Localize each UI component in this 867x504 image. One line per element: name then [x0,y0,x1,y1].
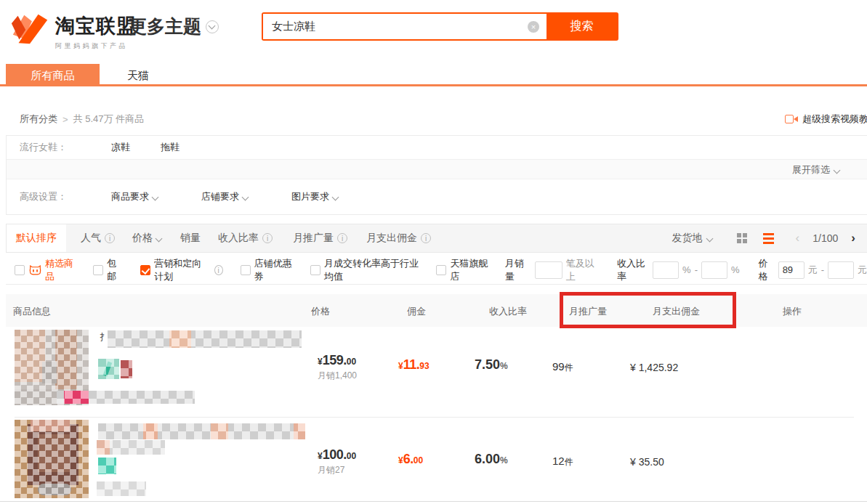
header-monthly-payout: 月支出佣金 [653,305,700,318]
sort-bar: 默认排序 人气 i 价格 销量 收入比率 i 月推广量 i 月支出佣金 i 发货… [6,224,867,253]
featured-label[interactable]: 精选商品 [45,257,77,283]
taobao-union-search-page: 淘宝联盟 阿里妈妈旗下产品 更多主题 × 搜索 所有商品 天猫 所有分类 > 共… [0,0,867,504]
range-dash: - [821,264,824,275]
next-page-button[interactable]: › [851,231,855,245]
sort-monthly-promo-label: 月推广量 [293,232,334,245]
price-dec: 00 [347,451,356,461]
header: 淘宝联盟 阿里妈妈旗下产品 更多主题 × 搜索 [0,0,867,64]
censored-title-bar [98,423,305,439]
brand-text: 淘宝联盟 阿里妈妈旗下产品 [55,10,137,51]
brand-logo[interactable]: 淘宝联盟 阿里妈妈旗下产品 [9,10,137,51]
rate-value: 7.50 [475,357,500,372]
censored-badge-teal [98,359,119,379]
monthly-payout-cell: ¥ 1,425.92 [630,362,678,373]
info-icon[interactable]: i [337,233,347,243]
video-camera-icon [785,115,798,124]
tab-all-products[interactable]: 所有商品 [6,64,100,86]
tab-tmall[interactable]: 天猫 [122,64,154,86]
conversion-checkbox[interactable] [310,265,320,275]
percent-sign: % [682,264,691,275]
header-product-info: 商品信息 [13,305,51,318]
commission-main: 11. [403,357,420,372]
percent-sign: % [731,264,740,275]
commission-main: 6. [403,452,414,466]
sort-price-label: 价格 [132,232,153,245]
monthly-payout-cell: ¥ 35.50 [630,456,664,468]
featured-checkbox[interactable] [15,265,25,275]
tmall-flagship-checkbox[interactable] [436,265,446,275]
price-max-input[interactable] [828,261,854,279]
free-shipping-checkbox[interactable] [93,265,103,275]
sort-monthly-payout[interactable]: 月支出佣金 i [366,232,431,245]
info-icon[interactable]: i [214,265,223,275]
promo-qty: 12 [552,455,565,467]
shop-coupon-checkbox[interactable] [241,265,251,275]
video-tutorial-link[interactable]: 超级搜索视频教程 [785,113,867,126]
breadcrumb-category[interactable]: 所有分类 [20,113,57,126]
sort-price[interactable]: 价格 [132,232,161,245]
header-income-ratio: 收入比率 [489,305,527,318]
free-shipping-label[interactable]: 包邮 [107,257,123,283]
prev-page-button[interactable]: ‹ [796,231,800,245]
currency-symbol: ¥ [398,455,403,466]
shop-requirements-dropdown[interactable]: 店铺要求 [201,190,248,203]
grid-view-icon[interactable] [737,233,747,243]
income-ratio-max-input[interactable] [701,261,727,279]
monthly-sales-input[interactable] [535,261,562,279]
sort-income-ratio[interactable]: 收入比率 i [218,232,273,245]
sort-popularity[interactable]: 人气 i [81,232,115,245]
shop-coupon-label[interactable]: 店铺优惠券 [254,257,294,283]
sort-monthly-promo[interactable]: 月推广量 i [293,232,347,245]
tmall-flagship-label[interactable]: 天猫旗舰店 [450,257,490,283]
marketing-plan-label[interactable]: 营销和定向计划 [154,257,210,283]
checkbox-filter-row: 精选商品 包邮 营销和定向计划 i 店铺优惠券 月成交转化率高于行业均值 天猫旗… [6,256,867,285]
censored-subtitle-bar [57,391,195,404]
info-icon[interactable]: i [105,233,115,243]
income-ratio-cell: 6.00% [475,452,508,467]
commission-dec: 93 [419,361,429,371]
rate-unit: % [500,361,508,371]
currency-symbol: ¥ [318,451,323,461]
rate-value: 6.00 [475,452,500,466]
filter-option-sandals[interactable]: 凉鞋 [111,141,130,154]
breadcrumb-separator: > [62,114,68,125]
info-icon[interactable]: i [262,233,273,243]
sort-sales[interactable]: 销量 [180,232,201,245]
table-row[interactable]: ¥100.00 月销27 ¥6.00 6.00% 12件 ¥ 35.50 [0,418,867,504]
filter-option-slippers[interactable]: 拖鞋 [161,141,180,154]
chevron-down-icon [834,166,841,174]
expand-filter-button[interactable]: 展开筛选 [792,160,839,180]
sort-default[interactable]: 默认排序 [7,224,66,252]
shop-requirements-label: 店铺要求 [201,190,239,203]
income-ratio-cell: 7.50% [475,357,508,373]
sort-sales-label: 销量 [180,232,201,245]
video-tutorial-label: 超级搜索视频教程 [802,113,867,126]
promo-unit: 件 [565,362,573,373]
more-topics-menu[interactable]: 更多主题 [129,15,219,38]
search-input[interactable] [263,14,528,39]
monthly-sales-label: 月销量 [505,257,529,283]
table-row[interactable]: 扌 ¥159.00 月销1,400 ¥11.93 7.50% 99件 ¥ 1,4… [0,328,867,417]
marketing-plan-checkbox[interactable] [140,265,150,275]
list-view-icon[interactable] [763,233,774,244]
image-requirements-dropdown[interactable]: 图片要求 [291,190,338,203]
chevron-down-icon [152,193,159,200]
ship-from-dropdown[interactable]: 发货地 [672,232,712,245]
conversion-label[interactable]: 月成交转化率高于行业均值 [324,257,421,283]
commission-dec: 00 [414,455,423,466]
price-min-input[interactable] [778,261,805,279]
search-button[interactable]: 搜索 [547,14,617,39]
header-monthly-promo: 月推广量 [569,305,607,318]
income-ratio-min-input[interactable] [653,261,679,279]
filter-panel: 流行女鞋： 凉鞋 拖鞋 展开筛选 高级设置： 商品要求 店铺要求 图片要求 [6,135,867,215]
info-icon[interactable]: i [421,233,431,243]
censored-title-fragment: 扌 [100,331,108,344]
breadcrumb-row: 所有分类 > 共 5.47万 件商品 超级搜索视频教程 [0,113,867,127]
clear-search-icon[interactable]: × [528,21,539,33]
product-requirements-dropdown[interactable]: 商品要求 [111,190,158,203]
breadcrumb: 所有分类 > 共 5.47万 件商品 [20,113,144,126]
chevron-down-circle-icon [206,20,219,33]
bottom-divider [0,501,867,502]
range-dash: - [695,264,698,275]
taobao-union-logo-icon [9,10,51,48]
